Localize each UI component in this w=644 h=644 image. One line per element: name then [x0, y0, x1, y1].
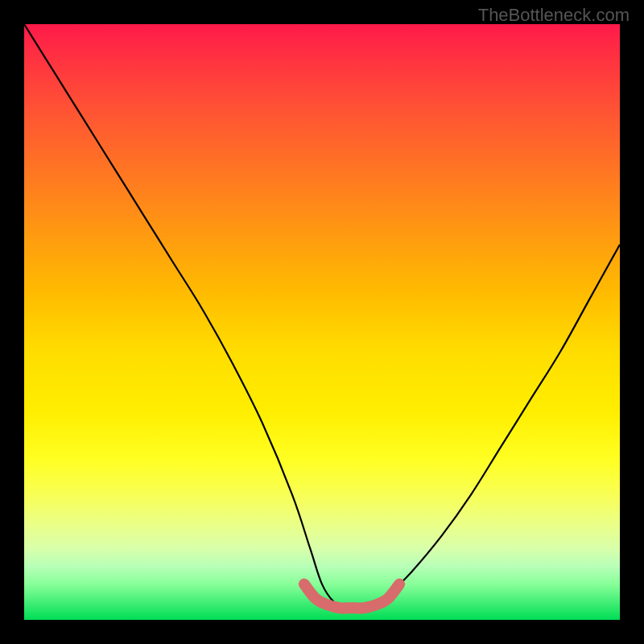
plot-area — [24, 24, 620, 620]
bottleneck-curve — [24, 24, 620, 609]
highlight-segment — [304, 584, 399, 609]
chart-svg — [24, 24, 620, 620]
watermark-text: TheBottleneck.com — [478, 5, 630, 26]
